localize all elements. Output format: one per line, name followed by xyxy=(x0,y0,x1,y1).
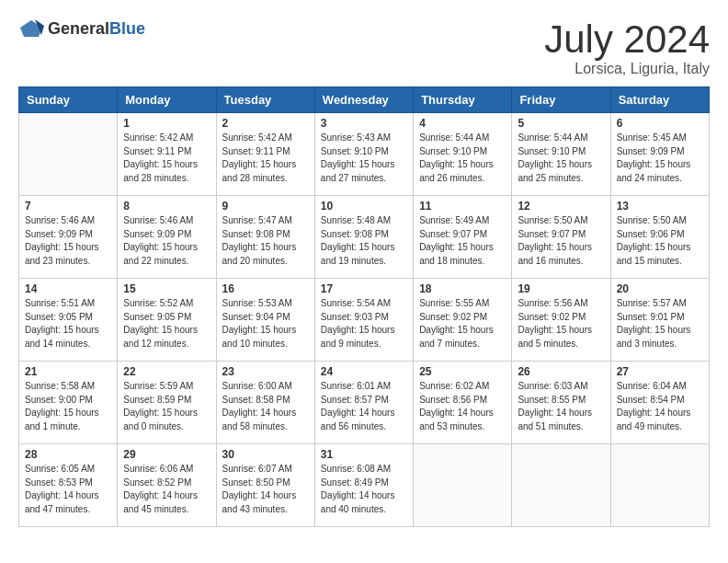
day-info: Sunrise: 5:49 AM Sunset: 9:07 PM Dayligh… xyxy=(419,214,506,268)
calendar-cell: 16Sunrise: 5:53 AM Sunset: 9:04 PM Dayli… xyxy=(216,279,314,362)
weekday-header-thursday: Thursday xyxy=(414,87,512,113)
calendar-cell: 10Sunrise: 5:48 AM Sunset: 9:08 PM Dayli… xyxy=(314,196,413,279)
calendar-cell: 17Sunrise: 5:54 AM Sunset: 9:03 PM Dayli… xyxy=(314,279,413,362)
calendar-cell: 26Sunrise: 6:03 AM Sunset: 8:55 PM Dayli… xyxy=(512,362,610,444)
calendar-cell xyxy=(610,444,709,527)
day-info: Sunrise: 5:46 AM Sunset: 9:09 PM Dayligh… xyxy=(123,214,210,268)
calendar-cell xyxy=(414,444,512,527)
calendar-cell: 23Sunrise: 6:00 AM Sunset: 8:58 PM Dayli… xyxy=(216,362,314,444)
calendar-cell: 25Sunrise: 6:02 AM Sunset: 8:56 PM Dayli… xyxy=(414,362,512,444)
calendar-week-row: 14Sunrise: 5:51 AM Sunset: 9:05 PM Dayli… xyxy=(19,279,710,362)
day-number: 22 xyxy=(123,365,210,378)
calendar-cell: 12Sunrise: 5:50 AM Sunset: 9:07 PM Dayli… xyxy=(512,196,610,279)
day-info: Sunrise: 5:42 AM Sunset: 9:11 PM Dayligh… xyxy=(222,132,309,185)
day-number: 5 xyxy=(518,117,604,130)
calendar-cell: 21Sunrise: 5:58 AM Sunset: 9:00 PM Dayli… xyxy=(19,362,118,444)
day-info: Sunrise: 6:04 AM Sunset: 8:54 PM Dayligh… xyxy=(617,380,703,433)
day-info: Sunrise: 6:07 AM Sunset: 8:50 PM Dayligh… xyxy=(222,463,309,516)
day-info: Sunrise: 6:01 AM Sunset: 8:57 PM Dayligh… xyxy=(321,380,407,433)
calendar-cell: 14Sunrise: 5:51 AM Sunset: 9:05 PM Dayli… xyxy=(19,279,118,362)
page-header: GeneralBlue July 2024 Lorsica, Liguria, … xyxy=(18,18,710,77)
logo-icon xyxy=(18,18,44,39)
day-number: 2 xyxy=(222,117,309,130)
calendar-cell: 28Sunrise: 6:05 AM Sunset: 8:53 PM Dayli… xyxy=(19,444,118,527)
day-info: Sunrise: 6:02 AM Sunset: 8:56 PM Dayligh… xyxy=(419,380,506,433)
day-number: 17 xyxy=(321,282,407,295)
day-number: 31 xyxy=(321,448,407,461)
calendar-cell: 29Sunrise: 6:06 AM Sunset: 8:52 PM Dayli… xyxy=(118,444,216,527)
day-number: 29 xyxy=(123,448,210,461)
day-number: 30 xyxy=(222,448,309,461)
day-info: Sunrise: 5:50 AM Sunset: 9:06 PM Dayligh… xyxy=(617,214,703,268)
day-info: Sunrise: 5:54 AM Sunset: 9:03 PM Dayligh… xyxy=(321,297,407,350)
day-number: 24 xyxy=(321,365,407,378)
calendar-cell: 6Sunrise: 5:45 AM Sunset: 9:09 PM Daylig… xyxy=(610,113,709,196)
day-info: Sunrise: 6:06 AM Sunset: 8:52 PM Dayligh… xyxy=(123,463,210,516)
location-title: Lorsica, Liguria, Italy xyxy=(544,61,710,77)
day-info: Sunrise: 6:03 AM Sunset: 8:55 PM Dayligh… xyxy=(518,380,604,433)
calendar-table: SundayMondayTuesdayWednesdayThursdayFrid… xyxy=(18,86,710,527)
calendar-cell: 11Sunrise: 5:49 AM Sunset: 9:07 PM Dayli… xyxy=(414,196,512,279)
calendar-cell: 5Sunrise: 5:44 AM Sunset: 9:10 PM Daylig… xyxy=(512,113,610,196)
weekday-header-monday: Monday xyxy=(118,87,216,113)
day-info: Sunrise: 6:00 AM Sunset: 8:58 PM Dayligh… xyxy=(222,380,309,433)
weekday-header-sunday: Sunday xyxy=(19,87,118,113)
calendar-cell: 27Sunrise: 6:04 AM Sunset: 8:54 PM Dayli… xyxy=(610,362,709,444)
day-number: 13 xyxy=(617,200,703,213)
day-number: 20 xyxy=(617,282,703,295)
calendar-cell: 24Sunrise: 6:01 AM Sunset: 8:57 PM Dayli… xyxy=(314,362,413,444)
calendar-cell xyxy=(19,113,118,196)
day-number: 21 xyxy=(25,365,111,378)
day-info: Sunrise: 5:45 AM Sunset: 9:09 PM Dayligh… xyxy=(617,132,703,185)
month-title: July 2024 xyxy=(544,18,710,61)
calendar-cell: 4Sunrise: 5:44 AM Sunset: 9:10 PM Daylig… xyxy=(414,113,512,196)
day-info: Sunrise: 5:46 AM Sunset: 9:09 PM Dayligh… xyxy=(25,214,111,268)
day-number: 27 xyxy=(617,365,703,378)
day-number: 12 xyxy=(518,200,604,213)
calendar-cell: 2Sunrise: 5:42 AM Sunset: 9:11 PM Daylig… xyxy=(216,113,314,196)
day-number: 18 xyxy=(419,282,506,295)
day-info: Sunrise: 5:50 AM Sunset: 9:07 PM Dayligh… xyxy=(518,214,604,268)
day-info: Sunrise: 5:43 AM Sunset: 9:10 PM Dayligh… xyxy=(321,132,407,185)
calendar-cell: 13Sunrise: 5:50 AM Sunset: 9:06 PM Dayli… xyxy=(610,196,709,279)
calendar-cell: 31Sunrise: 6:08 AM Sunset: 8:49 PM Dayli… xyxy=(314,444,413,527)
day-info: Sunrise: 5:42 AM Sunset: 9:11 PM Dayligh… xyxy=(123,132,210,185)
calendar-week-row: 28Sunrise: 6:05 AM Sunset: 8:53 PM Dayli… xyxy=(19,444,710,527)
day-number: 14 xyxy=(25,282,111,295)
logo-text: GeneralBlue xyxy=(48,19,145,39)
day-info: Sunrise: 5:44 AM Sunset: 9:10 PM Dayligh… xyxy=(518,132,604,185)
day-info: Sunrise: 6:08 AM Sunset: 8:49 PM Dayligh… xyxy=(321,463,407,516)
calendar-cell: 22Sunrise: 5:59 AM Sunset: 8:59 PM Dayli… xyxy=(118,362,216,444)
calendar-cell: 7Sunrise: 5:46 AM Sunset: 9:09 PM Daylig… xyxy=(19,196,118,279)
day-number: 9 xyxy=(222,200,309,213)
day-number: 10 xyxy=(321,200,407,213)
day-number: 6 xyxy=(617,117,703,130)
day-number: 1 xyxy=(123,117,210,130)
day-info: Sunrise: 5:57 AM Sunset: 9:01 PM Dayligh… xyxy=(617,297,703,350)
day-info: Sunrise: 5:59 AM Sunset: 8:59 PM Dayligh… xyxy=(123,380,210,433)
calendar-cell: 18Sunrise: 5:55 AM Sunset: 9:02 PM Dayli… xyxy=(414,279,512,362)
day-info: Sunrise: 5:51 AM Sunset: 9:05 PM Dayligh… xyxy=(25,297,111,350)
day-info: Sunrise: 5:55 AM Sunset: 9:02 PM Dayligh… xyxy=(419,297,506,350)
logo: GeneralBlue xyxy=(18,18,145,39)
calendar-cell xyxy=(512,444,610,527)
calendar-cell: 1Sunrise: 5:42 AM Sunset: 9:11 PM Daylig… xyxy=(118,113,216,196)
day-number: 15 xyxy=(123,282,210,295)
calendar-week-row: 7Sunrise: 5:46 AM Sunset: 9:09 PM Daylig… xyxy=(19,196,710,279)
day-info: Sunrise: 5:47 AM Sunset: 9:08 PM Dayligh… xyxy=(222,214,309,268)
day-info: Sunrise: 5:48 AM Sunset: 9:08 PM Dayligh… xyxy=(321,214,407,268)
day-number: 25 xyxy=(419,365,506,378)
weekday-header-wednesday: Wednesday xyxy=(314,87,413,113)
day-number: 23 xyxy=(222,365,309,378)
day-info: Sunrise: 5:53 AM Sunset: 9:04 PM Dayligh… xyxy=(222,297,309,350)
title-block: July 2024 Lorsica, Liguria, Italy xyxy=(544,18,710,77)
day-info: Sunrise: 5:44 AM Sunset: 9:10 PM Dayligh… xyxy=(419,132,506,185)
day-number: 3 xyxy=(321,117,407,130)
calendar-cell: 30Sunrise: 6:07 AM Sunset: 8:50 PM Dayli… xyxy=(216,444,314,527)
calendar-cell: 8Sunrise: 5:46 AM Sunset: 9:09 PM Daylig… xyxy=(118,196,216,279)
calendar-cell: 19Sunrise: 5:56 AM Sunset: 9:02 PM Dayli… xyxy=(512,279,610,362)
weekday-header-row: SundayMondayTuesdayWednesdayThursdayFrid… xyxy=(19,87,710,113)
day-info: Sunrise: 5:52 AM Sunset: 9:05 PM Dayligh… xyxy=(123,297,210,350)
day-info: Sunrise: 5:58 AM Sunset: 9:00 PM Dayligh… xyxy=(25,380,111,433)
day-number: 26 xyxy=(518,365,604,378)
